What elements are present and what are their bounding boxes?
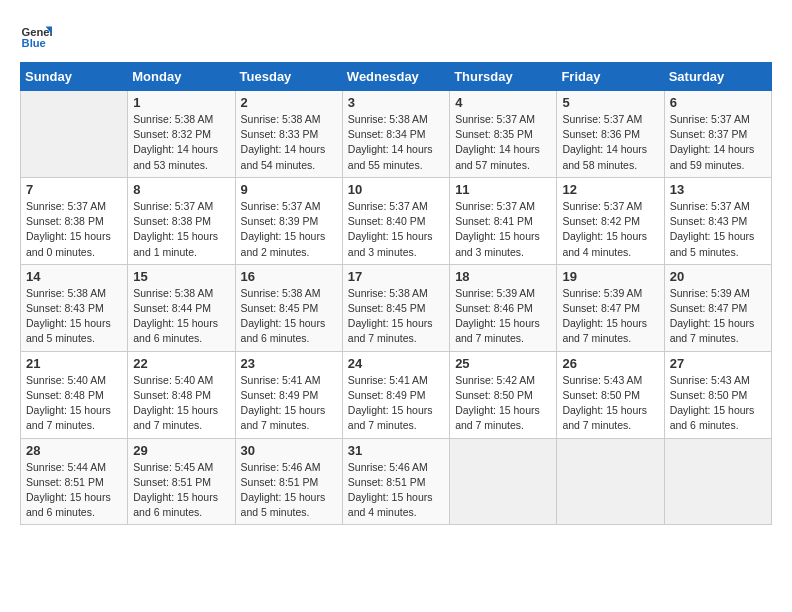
day-info: Sunrise: 5:39 AM Sunset: 8:46 PM Dayligh… — [455, 286, 551, 347]
day-header-thursday: Thursday — [450, 63, 557, 91]
day-number: 18 — [455, 269, 551, 284]
day-info: Sunrise: 5:37 AM Sunset: 8:41 PM Dayligh… — [455, 199, 551, 260]
logo-icon: General Blue — [20, 20, 52, 52]
calendar-cell: 8Sunrise: 5:37 AM Sunset: 8:38 PM Daylig… — [128, 177, 235, 264]
calendar-cell: 29Sunrise: 5:45 AM Sunset: 8:51 PM Dayli… — [128, 438, 235, 525]
day-info: Sunrise: 5:43 AM Sunset: 8:50 PM Dayligh… — [562, 373, 658, 434]
day-number: 13 — [670, 182, 766, 197]
calendar-cell: 6Sunrise: 5:37 AM Sunset: 8:37 PM Daylig… — [664, 91, 771, 178]
day-number: 27 — [670, 356, 766, 371]
day-number: 19 — [562, 269, 658, 284]
svg-text:Blue: Blue — [22, 37, 46, 49]
day-info: Sunrise: 5:37 AM Sunset: 8:39 PM Dayligh… — [241, 199, 337, 260]
calendar-cell: 5Sunrise: 5:37 AM Sunset: 8:36 PM Daylig… — [557, 91, 664, 178]
day-info: Sunrise: 5:37 AM Sunset: 8:38 PM Dayligh… — [26, 199, 122, 260]
day-info: Sunrise: 5:37 AM Sunset: 8:40 PM Dayligh… — [348, 199, 444, 260]
day-number: 14 — [26, 269, 122, 284]
day-info: Sunrise: 5:38 AM Sunset: 8:45 PM Dayligh… — [348, 286, 444, 347]
day-number: 28 — [26, 443, 122, 458]
calendar-cell: 26Sunrise: 5:43 AM Sunset: 8:50 PM Dayli… — [557, 351, 664, 438]
day-info: Sunrise: 5:44 AM Sunset: 8:51 PM Dayligh… — [26, 460, 122, 521]
calendar-cell: 31Sunrise: 5:46 AM Sunset: 8:51 PM Dayli… — [342, 438, 449, 525]
day-info: Sunrise: 5:45 AM Sunset: 8:51 PM Dayligh… — [133, 460, 229, 521]
day-number: 29 — [133, 443, 229, 458]
calendar-cell: 22Sunrise: 5:40 AM Sunset: 8:48 PM Dayli… — [128, 351, 235, 438]
day-number: 6 — [670, 95, 766, 110]
day-number: 23 — [241, 356, 337, 371]
day-number: 10 — [348, 182, 444, 197]
calendar-cell — [557, 438, 664, 525]
day-number: 11 — [455, 182, 551, 197]
day-number: 31 — [348, 443, 444, 458]
calendar-cell: 28Sunrise: 5:44 AM Sunset: 8:51 PM Dayli… — [21, 438, 128, 525]
day-number: 5 — [562, 95, 658, 110]
calendar-cell — [21, 91, 128, 178]
day-header-tuesday: Tuesday — [235, 63, 342, 91]
header: General Blue — [20, 20, 772, 52]
calendar-cell: 30Sunrise: 5:46 AM Sunset: 8:51 PM Dayli… — [235, 438, 342, 525]
day-info: Sunrise: 5:38 AM Sunset: 8:43 PM Dayligh… — [26, 286, 122, 347]
day-number: 8 — [133, 182, 229, 197]
calendar-table: SundayMondayTuesdayWednesdayThursdayFrid… — [20, 62, 772, 525]
day-header-wednesday: Wednesday — [342, 63, 449, 91]
day-number: 16 — [241, 269, 337, 284]
day-info: Sunrise: 5:42 AM Sunset: 8:50 PM Dayligh… — [455, 373, 551, 434]
calendar-cell: 3Sunrise: 5:38 AM Sunset: 8:34 PM Daylig… — [342, 91, 449, 178]
day-info: Sunrise: 5:38 AM Sunset: 8:32 PM Dayligh… — [133, 112, 229, 173]
calendar-cell: 13Sunrise: 5:37 AM Sunset: 8:43 PM Dayli… — [664, 177, 771, 264]
day-number: 7 — [26, 182, 122, 197]
day-header-monday: Monday — [128, 63, 235, 91]
day-number: 1 — [133, 95, 229, 110]
day-info: Sunrise: 5:40 AM Sunset: 8:48 PM Dayligh… — [133, 373, 229, 434]
day-number: 24 — [348, 356, 444, 371]
day-info: Sunrise: 5:37 AM Sunset: 8:42 PM Dayligh… — [562, 199, 658, 260]
calendar-cell: 19Sunrise: 5:39 AM Sunset: 8:47 PM Dayli… — [557, 264, 664, 351]
day-number: 15 — [133, 269, 229, 284]
header-row: SundayMondayTuesdayWednesdayThursdayFrid… — [21, 63, 772, 91]
day-info: Sunrise: 5:37 AM Sunset: 8:36 PM Dayligh… — [562, 112, 658, 173]
day-number: 2 — [241, 95, 337, 110]
day-info: Sunrise: 5:37 AM Sunset: 8:37 PM Dayligh… — [670, 112, 766, 173]
calendar-cell: 21Sunrise: 5:40 AM Sunset: 8:48 PM Dayli… — [21, 351, 128, 438]
calendar-cell: 12Sunrise: 5:37 AM Sunset: 8:42 PM Dayli… — [557, 177, 664, 264]
calendar-cell: 15Sunrise: 5:38 AM Sunset: 8:44 PM Dayli… — [128, 264, 235, 351]
calendar-cell: 10Sunrise: 5:37 AM Sunset: 8:40 PM Dayli… — [342, 177, 449, 264]
calendar-cell: 7Sunrise: 5:37 AM Sunset: 8:38 PM Daylig… — [21, 177, 128, 264]
week-row-2: 14Sunrise: 5:38 AM Sunset: 8:43 PM Dayli… — [21, 264, 772, 351]
day-header-friday: Friday — [557, 63, 664, 91]
calendar-cell: 2Sunrise: 5:38 AM Sunset: 8:33 PM Daylig… — [235, 91, 342, 178]
day-number: 25 — [455, 356, 551, 371]
week-row-3: 21Sunrise: 5:40 AM Sunset: 8:48 PM Dayli… — [21, 351, 772, 438]
week-row-4: 28Sunrise: 5:44 AM Sunset: 8:51 PM Dayli… — [21, 438, 772, 525]
day-number: 21 — [26, 356, 122, 371]
week-row-0: 1Sunrise: 5:38 AM Sunset: 8:32 PM Daylig… — [21, 91, 772, 178]
day-header-saturday: Saturday — [664, 63, 771, 91]
calendar-cell: 14Sunrise: 5:38 AM Sunset: 8:43 PM Dayli… — [21, 264, 128, 351]
day-info: Sunrise: 5:41 AM Sunset: 8:49 PM Dayligh… — [241, 373, 337, 434]
day-number: 17 — [348, 269, 444, 284]
day-info: Sunrise: 5:38 AM Sunset: 8:45 PM Dayligh… — [241, 286, 337, 347]
day-info: Sunrise: 5:37 AM Sunset: 8:43 PM Dayligh… — [670, 199, 766, 260]
day-number: 4 — [455, 95, 551, 110]
day-info: Sunrise: 5:39 AM Sunset: 8:47 PM Dayligh… — [670, 286, 766, 347]
day-header-sunday: Sunday — [21, 63, 128, 91]
calendar-cell: 18Sunrise: 5:39 AM Sunset: 8:46 PM Dayli… — [450, 264, 557, 351]
day-info: Sunrise: 5:43 AM Sunset: 8:50 PM Dayligh… — [670, 373, 766, 434]
day-info: Sunrise: 5:46 AM Sunset: 8:51 PM Dayligh… — [348, 460, 444, 521]
calendar-cell: 11Sunrise: 5:37 AM Sunset: 8:41 PM Dayli… — [450, 177, 557, 264]
day-number: 9 — [241, 182, 337, 197]
day-info: Sunrise: 5:37 AM Sunset: 8:35 PM Dayligh… — [455, 112, 551, 173]
calendar-cell: 25Sunrise: 5:42 AM Sunset: 8:50 PM Dayli… — [450, 351, 557, 438]
day-info: Sunrise: 5:40 AM Sunset: 8:48 PM Dayligh… — [26, 373, 122, 434]
calendar-cell: 20Sunrise: 5:39 AM Sunset: 8:47 PM Dayli… — [664, 264, 771, 351]
week-row-1: 7Sunrise: 5:37 AM Sunset: 8:38 PM Daylig… — [21, 177, 772, 264]
calendar-cell: 1Sunrise: 5:38 AM Sunset: 8:32 PM Daylig… — [128, 91, 235, 178]
day-number: 12 — [562, 182, 658, 197]
day-info: Sunrise: 5:39 AM Sunset: 8:47 PM Dayligh… — [562, 286, 658, 347]
calendar-cell: 16Sunrise: 5:38 AM Sunset: 8:45 PM Dayli… — [235, 264, 342, 351]
calendar-cell — [664, 438, 771, 525]
calendar-cell — [450, 438, 557, 525]
calendar-cell: 17Sunrise: 5:38 AM Sunset: 8:45 PM Dayli… — [342, 264, 449, 351]
day-info: Sunrise: 5:38 AM Sunset: 8:34 PM Dayligh… — [348, 112, 444, 173]
day-info: Sunrise: 5:37 AM Sunset: 8:38 PM Dayligh… — [133, 199, 229, 260]
